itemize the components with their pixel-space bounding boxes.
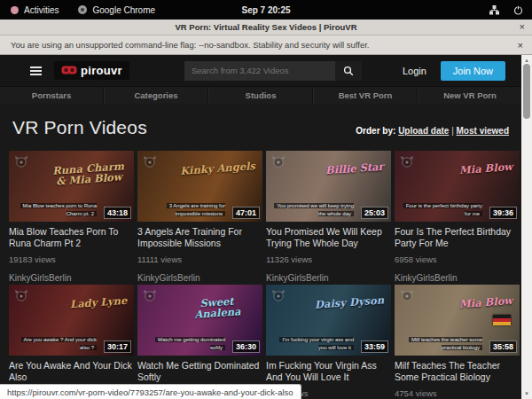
- clock[interactable]: Sep 7 20:25: [0, 5, 532, 15]
- video-title-link[interactable]: Watch Me Getting Dominated Softly: [137, 360, 262, 382]
- infobar-close-icon[interactable]: ×: [518, 40, 523, 51]
- view-count: 11111 views: [137, 254, 262, 264]
- nav-item-categories[interactable]: Categories: [104, 87, 208, 104]
- search-button[interactable]: [335, 61, 362, 81]
- thumbnail-overlay-name: Daisy Dyson: [315, 294, 385, 309]
- duration-badge: 30:17: [104, 340, 131, 353]
- order-by-most-viewed-link[interactable]: Most viewed: [457, 126, 509, 136]
- screen: Activities Google Chrome Sep 7 20:25 VR …: [0, 0, 532, 399]
- video-card: Mia Blow Four is the perfect birthday pa…: [395, 151, 520, 283]
- thumbnail-overlay-name: Billie Star: [325, 161, 384, 176]
- login-link[interactable]: Login: [403, 66, 426, 76]
- thumbnail-caption: I'm fucking your virgin ass and you will…: [271, 336, 354, 352]
- tab-close-icon[interactable]: ×: [520, 21, 525, 32]
- view-count: 4754 views: [395, 388, 520, 398]
- browser-tab-bar: VR Porn: Virtual Reality Sex Videos | Pi…: [0, 20, 532, 35]
- thumbnail-overlay-name: Runa Charm & Mia Blow: [50, 160, 127, 187]
- nav-item-studios[interactable]: Studios: [208, 87, 313, 104]
- studio-logo-cat-mask-icon: [143, 289, 157, 305]
- thumbnail-overlay-name: Lady Lyne: [69, 295, 127, 310]
- nav-item-pornstars[interactable]: Pornstars: [0, 87, 104, 104]
- chrome-infobar: You are using an unsupported command-lin…: [0, 35, 532, 55]
- order-by-upload-date-link[interactable]: Upload date: [398, 126, 449, 136]
- thumbnail-overlay-name: Mia Blow: [458, 161, 512, 176]
- studio-logo-cat-mask-icon: [400, 289, 414, 305]
- video-title-link[interactable]: Im Fucking Your Virgin Ass And You Will …: [266, 360, 391, 382]
- duration-badge: 33:59: [361, 340, 388, 353]
- nav-item-new-vr-porn[interactable]: New VR Porn: [418, 87, 521, 104]
- duration-badge: 43:18: [104, 207, 131, 219]
- video-thumbnail[interactable]: Mia Blow Four is the perfect birthday pa…: [395, 151, 520, 222]
- search-input[interactable]: [184, 61, 335, 81]
- video-thumbnail[interactable]: Runa Charm & Mia Blow Mia Blow teaches p…: [9, 151, 134, 222]
- thumbnail-caption: Four is the perfect birthday party for m…: [400, 202, 482, 218]
- video-card: Runa Charm & Mia Blow Mia Blow teaches p…: [9, 151, 134, 283]
- tab-title[interactable]: VR Porn: Virtual Reality Sex Videos | Pi…: [175, 22, 356, 32]
- order-by-label: Order by:: [356, 126, 395, 136]
- video-thumbnail[interactable]: Daisy Dyson I'm fucking your virgin ass …: [266, 285, 391, 356]
- video-title-link[interactable]: Mia Blow Teaches Porn To Runa Charm Pt 2: [9, 226, 134, 248]
- site-logo-text: pirouvr: [81, 64, 122, 77]
- studio-link[interactable]: KinkyGirlsBerlin: [137, 273, 262, 283]
- video-card: Billie Star You promised we will keep tr…: [266, 151, 391, 283]
- thumbnail-caption: Are you awake ? And your dick also ?: [14, 336, 97, 352]
- german-flag-icon: [493, 315, 511, 325]
- video-title-link[interactable]: 3 Angels Are Training For Impossible Mis…: [137, 226, 262, 248]
- duration-badge: 36:30: [232, 340, 260, 353]
- video-title-link[interactable]: Four Is The Perfect Birthday Party For M…: [395, 226, 520, 248]
- view-count: 11326 views: [266, 254, 391, 264]
- studio-logo-cat-mask-icon: [14, 155, 28, 171]
- thumbnail-caption: 3 Angels are training for impossible mis…: [143, 202, 225, 218]
- scrollbar-thumb[interactable]: [523, 64, 530, 119]
- studio-logo-cat-mask-icon: [14, 289, 28, 305]
- video-thumbnail[interactable]: Billie Star You promised we will keep tr…: [266, 151, 391, 222]
- studio-logo-cat-mask-icon: [400, 155, 414, 171]
- vr-goggles-icon: [61, 66, 77, 75]
- site-logo[interactable]: pirouvr: [54, 61, 129, 80]
- system-top-bar: Activities Google Chrome Sep 7 20:25: [0, 0, 532, 20]
- video-card: Mia Blow Milf teaches the teacher some p…: [395, 285, 520, 399]
- network-icon[interactable]: [489, 5, 499, 15]
- video-card: Lady Lyne Are you awake ? And your dick …: [9, 285, 134, 399]
- studio-link[interactable]: KinkyGirlsBerlin: [9, 273, 134, 283]
- thumbnail-caption: Watch me getting dominated softly: [143, 336, 225, 352]
- thumbnail-overlay-name: Sweet Analena: [178, 294, 255, 321]
- view-count: 6958 views: [395, 254, 520, 264]
- video-thumbnail[interactable]: Mia Blow Milf teaches the teacher some p…: [395, 285, 520, 356]
- thumbnail-caption: You promised we will keep trying the who…: [271, 202, 354, 218]
- duration-badge: 39:36: [489, 207, 517, 219]
- browser-scrollbar[interactable]: ▲ ▼: [521, 55, 532, 399]
- studio-logo-cat-mask-icon: [143, 155, 157, 171]
- video-title-link[interactable]: Are You Awake And Your Dick Also: [9, 360, 134, 382]
- nav-item-best-vr-porn[interactable]: Best VR Porn: [313, 87, 418, 104]
- video-card: Kinky Angels 3 Angels are training for i…: [137, 151, 262, 283]
- thumbnail-overlay-name: Kinky Angels: [180, 160, 256, 176]
- order-by: Order by: Upload date | Most viewed: [356, 126, 509, 138]
- duration-badge: 35:58: [489, 340, 517, 353]
- duration-badge: 25:03: [361, 207, 388, 219]
- video-title-link[interactable]: Milf Teaches The Teacher Some Practical …: [395, 360, 520, 382]
- main-content: VR Porn Videos Order by: Upload date | M…: [0, 104, 521, 399]
- video-thumbnail[interactable]: Lady Lyne Are you awake ? And your dick …: [9, 285, 134, 356]
- video-thumbnail[interactable]: Kinky Angels 3 Angels are training for i…: [137, 151, 262, 222]
- video-thumbnail[interactable]: Sweet Analena Watch me getting dominated…: [137, 285, 262, 356]
- video-card: Daisy Dyson I'm fucking your virgin ass …: [266, 285, 391, 399]
- menu-hamburger-icon[interactable]: [30, 66, 42, 75]
- studio-link[interactable]: KinkyGirlsBerlin: [395, 273, 520, 283]
- status-url-text: https://pirouvr.com/vr-porn-video/779325…: [7, 387, 293, 397]
- search-icon: [343, 66, 354, 76]
- main-nav: Pornstars Categories Studios Best VR Por…: [0, 86, 521, 104]
- status-url-bubble: https://pirouvr.com/vr-porn-video/779325…: [0, 384, 301, 399]
- video-card: Sweet Analena Watch me getting dominated…: [137, 285, 262, 399]
- power-icon[interactable]: [513, 5, 523, 15]
- studio-logo-cat-mask-icon: [271, 289, 286, 305]
- studio-link[interactable]: KinkyGirlsBerlin: [266, 273, 391, 283]
- page-title: VR Porn Videos: [12, 117, 147, 138]
- infobar-message: You are using an unsupported command-lin…: [11, 40, 370, 50]
- video-grid: Runa Charm & Mia Blow Mia Blow teaches p…: [9, 151, 521, 399]
- join-now-button[interactable]: Join Now: [441, 61, 505, 81]
- scrollbar-down-arrow-icon[interactable]: ▼: [521, 388, 532, 399]
- site-header: pirouvr Login Join Now: [0, 55, 521, 86]
- thumbnail-caption: Milf teaches the teacher some practical …: [400, 336, 482, 352]
- video-title-link[interactable]: You Promised We Will Keep Trying The Who…: [266, 226, 391, 248]
